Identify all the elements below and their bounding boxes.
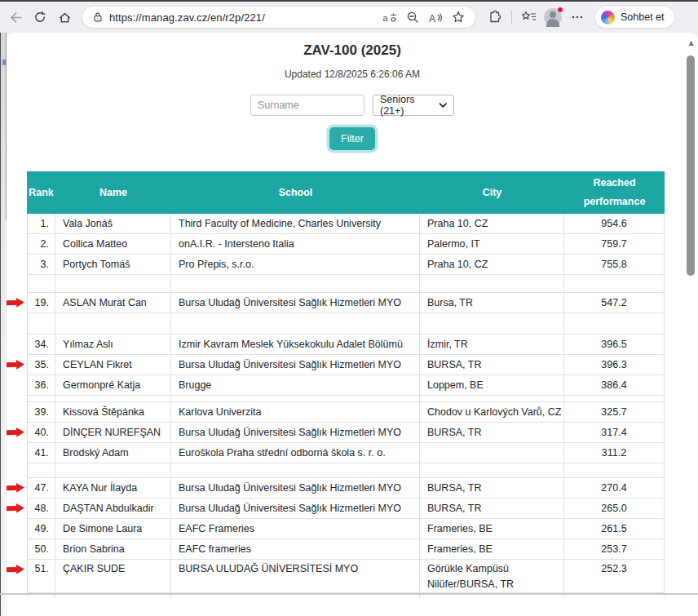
performance-cell: 396.5 <box>564 335 665 354</box>
name-cell: KAYA Nur İlayda <box>55 478 171 498</box>
empty-cell <box>420 313 564 334</box>
column-header: School <box>171 171 420 214</box>
column-header: Reached performance <box>564 171 665 214</box>
copilot-chat-button[interactable]: Sohbet et <box>594 6 675 29</box>
city-cell: Frameries, BE <box>420 539 564 559</box>
back-icon <box>9 11 23 24</box>
page-title: ZAV-100 (2025) <box>7 42 698 59</box>
results-table: RankNameSchoolCityReached performance 1.… <box>27 171 665 598</box>
name-cell: Brion Sabrina <box>55 539 171 559</box>
name-cell: ASLAN Murat Can <box>55 293 171 312</box>
school-cell: Pro Přepis, s.r.o. <box>171 255 420 274</box>
translate-icon: a <box>382 11 397 24</box>
site-info-lock-icon[interactable] <box>92 11 104 23</box>
name-cell: ÇAKIR SUDE <box>55 560 171 592</box>
empty-cell <box>420 463 564 477</box>
rank-cell: 41. <box>27 443 55 463</box>
url-text[interactable]: https://manag.zav.cz/en/r2p/221/ <box>109 11 379 24</box>
surname-input[interactable] <box>250 95 364 116</box>
city-cell: Loppem, BE <box>420 375 564 395</box>
read-aloud-icon: A <box>428 11 443 24</box>
rank-cell: 50. <box>27 539 55 559</box>
empty-cell <box>564 275 665 292</box>
rank-cell: 49. <box>27 519 55 538</box>
empty-cell <box>55 396 171 401</box>
category-select[interactable]: Seniors (21+) <box>373 95 454 116</box>
browser-toolbar: https://manag.zav.cz/en/r2p/221/ a A <box>0 2 698 33</box>
read-aloud-button[interactable]: A <box>425 5 446 29</box>
name-cell: De Simone Laura <box>55 519 171 538</box>
translate-button[interactable]: a <box>379 5 400 29</box>
extensions-icon <box>488 10 502 24</box>
refresh-button[interactable] <box>28 5 52 29</box>
city-cell: BURSA, TR <box>420 355 564 374</box>
profile-button[interactable] <box>541 5 565 29</box>
table-row: 2.Collica MatteoonA.I.R. - Intersteno It… <box>27 234 665 255</box>
name-cell: Brodský Adam <box>55 443 171 463</box>
favorites-list-icon <box>521 11 537 24</box>
home-icon <box>58 11 72 24</box>
table-row: 3.Portych TomášPro Přepis, s.r.o.Praha 1… <box>27 255 665 275</box>
filter-button[interactable]: Filter <box>329 127 375 150</box>
city-cell <box>420 443 564 463</box>
settings-menu-button[interactable] <box>565 5 590 29</box>
name-cell: CEYLAN Fikret <box>55 355 171 374</box>
rank-cell: 48. <box>27 499 55 518</box>
background-window-strip <box>0 33 7 616</box>
school-cell: Bursa Uludağ Üniversitesi Sağlık Hizmetl… <box>171 478 420 498</box>
rank-cell: 35. <box>27 355 55 374</box>
performance-cell: 396.3 <box>564 355 665 374</box>
performance-cell: 325.7 <box>564 402 665 422</box>
results-table-body: 1.Vala JonášThird Faculty of Medicine, C… <box>27 214 665 598</box>
column-header: City <box>420 171 564 214</box>
performance-cell: 755.8 <box>564 255 665 274</box>
name-cell: Germonpré Katja <box>55 375 171 395</box>
page-scrollbar[interactable]: ▲ <box>685 34 697 616</box>
performance-cell: 547.2 <box>564 293 665 312</box>
home-button[interactable] <box>52 5 77 29</box>
red-arrow-annotation <box>7 483 24 494</box>
table-gap-row <box>27 396 665 402</box>
rank-cell: 39. <box>27 402 55 422</box>
background-window-mark <box>2 60 6 65</box>
performance-cell: 759.7 <box>564 234 665 254</box>
address-bar[interactable]: https://manag.zav.cz/en/r2p/221/ a A <box>82 6 476 29</box>
window-top-border <box>0 0 698 2</box>
extensions-button[interactable] <box>483 5 507 29</box>
name-cell: Yılmaz Aslı <box>55 335 171 354</box>
svg-text:a: a <box>383 13 389 23</box>
zoom-out-button[interactable] <box>402 5 423 29</box>
empty-cell <box>27 313 55 334</box>
school-cell: Bursa Uludağ Üniversitesi Sağlık Hizmetl… <box>171 499 420 518</box>
school-cell: Third Faculty of Medicine, Charles Unive… <box>171 214 420 233</box>
city-cell: Palermo, IT <box>420 234 564 254</box>
name-cell: Collica Matteo <box>55 234 171 254</box>
profile-notification-dot <box>557 7 563 13</box>
performance-cell: 265.0 <box>564 499 665 518</box>
school-cell: BURSA ULUDAĞ ÜNİVERSİTESİ MYO <box>171 560 420 592</box>
rank-cell: 2. <box>27 234 55 254</box>
performance-cell: 317.4 <box>564 423 665 442</box>
favorites-list-button[interactable] <box>516 5 541 29</box>
favorite-star-button[interactable] <box>448 5 469 29</box>
star-icon <box>452 11 465 24</box>
performance-cell: 311.2 <box>564 443 665 463</box>
copilot-icon <box>601 11 615 24</box>
empty-cell <box>55 463 171 477</box>
name-cell: DAŞTAN Abdulkadir <box>55 499 171 518</box>
performance-cell: 270.4 <box>564 478 665 498</box>
school-cell: Bursa Uludağ Üniversitesi Sağlık Hizmetl… <box>171 423 420 442</box>
rank-cell: 1. <box>27 214 55 233</box>
rank-cell: 19. <box>27 293 55 312</box>
scrollbar-thumb[interactable] <box>687 55 695 276</box>
scrollbar-up-arrow-icon[interactable]: ▲ <box>685 39 697 47</box>
chevron-down-icon <box>439 102 447 109</box>
table-gap-row <box>27 313 665 335</box>
performance-cell: 261.5 <box>564 519 665 538</box>
table-row: 41.Brodský AdamEuroškola Praha střední o… <box>27 443 665 463</box>
rank-cell: 47. <box>27 478 55 498</box>
table-row: 49.De Simone LauraEAFC FrameriesFramerie… <box>27 519 665 539</box>
empty-cell <box>27 396 55 401</box>
empty-cell <box>564 396 665 401</box>
back-button[interactable] <box>3 5 28 29</box>
